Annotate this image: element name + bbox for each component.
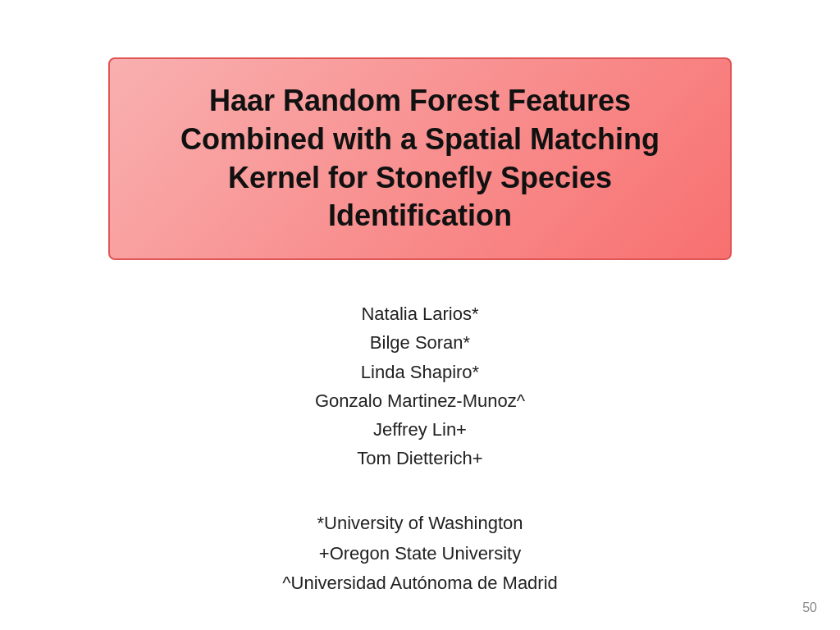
author-1: Natalia Larios*	[361, 299, 478, 328]
slide-number: 50	[802, 600, 817, 615]
slide-container: Haar Random Forest Features Combined wit…	[0, 0, 840, 630]
author-3: Linda Shapiro*	[361, 358, 479, 386]
affiliations-section: *University of Washington +Oregon State …	[282, 509, 558, 598]
affiliation-2: +Oregon State University	[319, 539, 521, 568]
title-box: Haar Random Forest Features Combined wit…	[108, 57, 732, 260]
affiliation-3: ^Universidad Autónoma de Madrid	[282, 568, 558, 598]
author-2: Bilge Soran*	[370, 328, 470, 357]
slide-title: Haar Random Forest Features Combined wit…	[139, 82, 701, 235]
authors-section: Natalia Larios* Bilge Soran* Linda Shapi…	[315, 299, 525, 472]
affiliation-1: *University of Washington	[317, 509, 523, 538]
author-5: Jeffrey Lin+	[373, 415, 467, 444]
author-6: Tom Dietterich+	[357, 444, 482, 472]
author-4: Gonzalo Martinez-Munoz^	[315, 386, 525, 415]
